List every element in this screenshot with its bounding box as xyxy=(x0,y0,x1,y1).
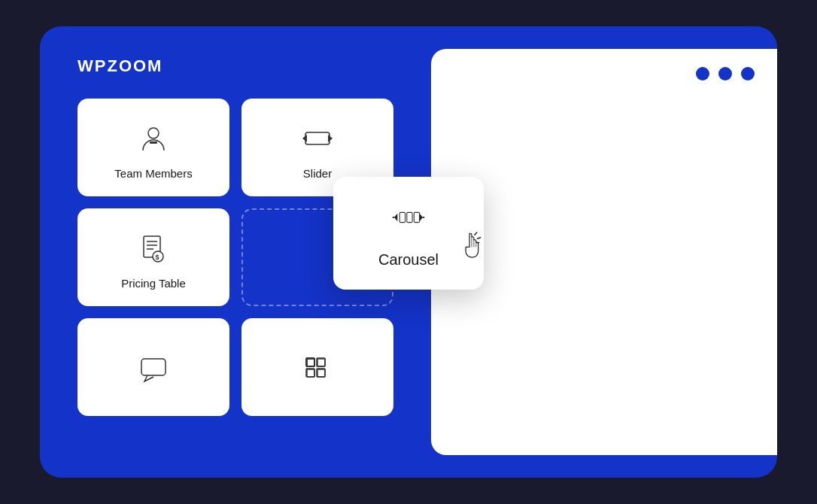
svg-line-29 xyxy=(478,238,481,238)
svg-rect-22 xyxy=(307,359,314,366)
dot-2 xyxy=(718,67,732,80)
svg-rect-2 xyxy=(305,132,330,144)
carousel-icon xyxy=(392,201,425,239)
pricing-table-label: Pricing Table xyxy=(121,277,186,290)
carousel-label: Carousel xyxy=(378,251,439,269)
widget-chat[interactable] xyxy=(77,318,229,416)
svg-rect-20 xyxy=(307,369,314,377)
svg-rect-19 xyxy=(317,359,325,366)
dot-3 xyxy=(741,67,755,80)
chat-icon xyxy=(135,351,172,387)
svg-line-28 xyxy=(475,232,477,235)
slider-icon xyxy=(299,120,336,156)
dots-row xyxy=(696,67,755,80)
svg-rect-1 xyxy=(150,141,157,144)
pricing-icon: $ xyxy=(135,230,172,266)
svg-rect-25 xyxy=(414,212,419,222)
dot-1 xyxy=(696,67,709,80)
svg-rect-11 xyxy=(141,359,166,375)
widget-pricing-table[interactable]: $ Pricing Table xyxy=(77,208,229,306)
team-members-label: Team Members xyxy=(114,167,192,180)
widget-grid[interactable] xyxy=(241,318,393,416)
cursor-hand xyxy=(454,229,514,297)
svg-rect-18 xyxy=(307,359,314,366)
svg-marker-3 xyxy=(302,135,307,142)
person-icon xyxy=(135,120,172,156)
svg-point-0 xyxy=(148,128,159,138)
svg-rect-23 xyxy=(399,212,405,222)
grid-icon xyxy=(299,351,336,387)
main-frame: WPZOOM Team Members xyxy=(40,26,777,478)
svg-text:$: $ xyxy=(156,254,159,261)
brand-name: WPZOOM xyxy=(77,56,393,76)
svg-marker-4 xyxy=(328,135,333,142)
svg-rect-21 xyxy=(317,369,325,377)
widget-team-members[interactable]: Team Members xyxy=(77,99,229,196)
slider-label: Slider xyxy=(303,167,332,180)
svg-rect-24 xyxy=(407,212,412,222)
